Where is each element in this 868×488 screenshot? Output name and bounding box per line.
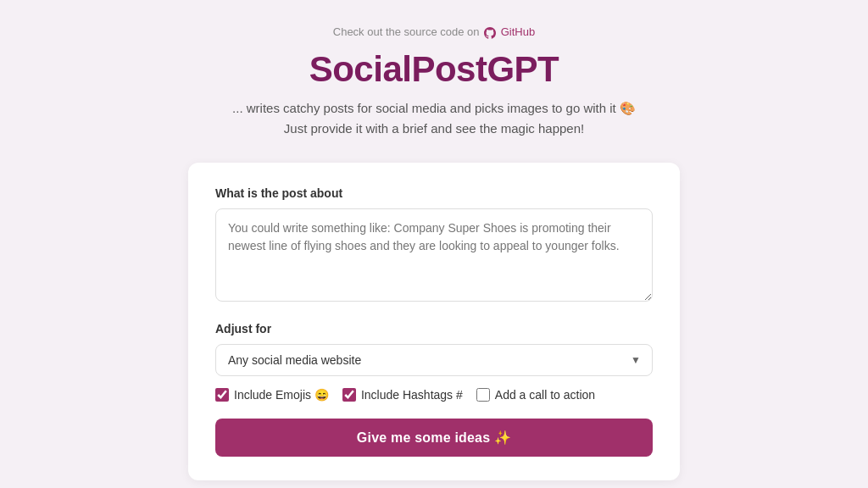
github-text: Check out the source code on: [333, 25, 480, 38]
adjust-label: Adjust for: [215, 322, 653, 336]
platform-select[interactable]: Any social media website Twitter Instagr…: [215, 344, 653, 376]
hashtags-checkbox[interactable]: [342, 388, 356, 402]
cta-checkbox-label[interactable]: Add a call to action: [476, 388, 595, 402]
subtitle-line1: ... writes catchy posts for social media…: [232, 98, 636, 119]
github-link[interactable]: GitHub: [501, 25, 535, 38]
platform-select-wrapper: Any social media website Twitter Instagr…: [215, 344, 653, 376]
emojis-checkbox-label[interactable]: Include Emojis 😄: [215, 388, 329, 402]
main-card: What is the post about Adjust for Any so…: [188, 163, 680, 480]
page-container: Check out the source code on GitHub Soci…: [0, 0, 868, 488]
emojis-checkbox-text: Include Emojis 😄: [234, 388, 329, 402]
subtitle-line2: Just provide it with a brief and see the…: [232, 119, 636, 139]
app-subtitle: ... writes catchy posts for social media…: [232, 98, 636, 139]
hashtags-checkbox-label[interactable]: Include Hashtags #: [342, 388, 463, 402]
hashtags-checkbox-text: Include Hashtags #: [361, 388, 463, 402]
post-textarea[interactable]: [215, 208, 653, 302]
post-label: What is the post about: [215, 186, 653, 200]
emojis-checkbox[interactable]: [215, 388, 229, 402]
app-title: SocialPostGPT: [309, 49, 559, 90]
github-icon: [484, 27, 496, 39]
options-row: Include Emojis 😄 Include Hashtags # Add …: [215, 388, 653, 402]
cta-checkbox-text: Add a call to action: [495, 388, 595, 402]
submit-button[interactable]: Give me some ideas ✨: [215, 419, 653, 457]
cta-checkbox[interactable]: [476, 388, 490, 402]
github-link-bar: Check out the source code on GitHub: [333, 25, 535, 39]
